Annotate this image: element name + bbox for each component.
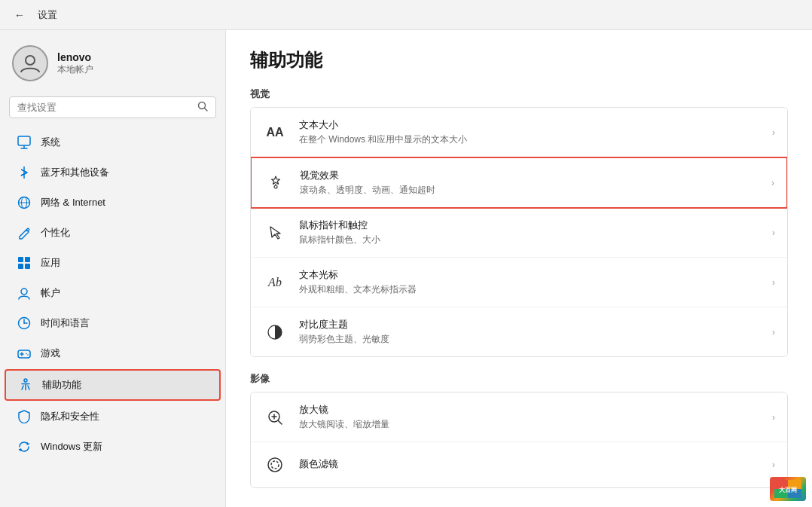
- imaging-section: 影像 放大镜 放大镜阅读、缩放增量: [250, 372, 788, 488]
- text-cursor-arrow: ›: [772, 277, 775, 288]
- text-cursor-item[interactable]: Ab 文本光标 外观和粗细、文本光标指示器 ›: [251, 258, 787, 307]
- color-filter-title: 颜色滤镜: [299, 457, 760, 471]
- page-title: 辅助功能: [250, 48, 788, 72]
- svg-rect-13: [25, 264, 30, 269]
- network-label: 网络 & Internet: [41, 196, 105, 209]
- text-size-desc: 在整个 Windows 和应用中显示的文本大小: [299, 133, 760, 146]
- system-icon: [17, 135, 32, 150]
- svg-point-23: [24, 379, 27, 382]
- time-label: 时间和语言: [41, 316, 90, 330]
- content-area: 辅助功能 视觉 AA 文本大小 在整个 Windows 和应用中显示的文本大小 …: [226, 30, 812, 507]
- color-filter-icon: [263, 453, 287, 477]
- vision-settings-list: AA 文本大小 在整个 Windows 和应用中显示的文本大小 ›: [250, 107, 788, 357]
- contrast-theme-item[interactable]: 对比度主题 弱势彩色主题、光敏度 ›: [251, 307, 787, 356]
- user-account-type: 本地帐户: [57, 63, 93, 76]
- system-label: 系统: [41, 136, 60, 149]
- nav-account[interactable]: 帐户: [5, 279, 221, 307]
- privacy-icon: [17, 409, 32, 424]
- user-info: lenovo 本地帐户: [57, 51, 93, 76]
- text-cursor-text: 文本光标 外观和粗细、文本光标指示器: [299, 268, 760, 296]
- svg-line-2: [205, 108, 208, 111]
- mouse-pointer-arrow: ›: [772, 228, 775, 238]
- svg-rect-10: [18, 257, 23, 262]
- visual-effects-text: 视觉效果 滚动条、透明度、动画、通知超时: [300, 169, 759, 197]
- magnifier-arrow: ›: [772, 412, 775, 423]
- vision-section-title: 视觉: [250, 87, 788, 101]
- bluetooth-icon: [17, 165, 32, 180]
- text-size-text: 文本大小 在整个 Windows 和应用中显示的文本大小: [299, 118, 760, 146]
- text-size-item[interactable]: AA 文本大小 在整个 Windows 和应用中显示的文本大小 ›: [251, 108, 787, 157]
- color-filter-text: 颜色滤镜: [299, 457, 760, 472]
- svg-point-14: [21, 289, 27, 295]
- watermark-logo: 大百网: [770, 477, 806, 501]
- visual-effects-item[interactable]: 视觉效果 滚动条、透明度、动画、通知超时 ›: [250, 157, 788, 209]
- color-filter-item[interactable]: 颜色滤镜 ›: [251, 442, 787, 487]
- text-size-title: 文本大小: [299, 118, 760, 132]
- title-bar-title: 设置: [38, 8, 57, 22]
- apps-icon: [17, 255, 32, 270]
- nav-time[interactable]: 时间和语言: [5, 309, 221, 337]
- color-filter-arrow: ›: [772, 460, 775, 470]
- imaging-section-title: 影像: [250, 372, 788, 386]
- accessibility-label: 辅助功能: [42, 378, 81, 392]
- nav-personalization[interactable]: 个性化: [5, 218, 221, 247]
- text-cursor-icon: Ab: [263, 270, 287, 295]
- svg-point-31: [268, 458, 282, 472]
- nav-apps[interactable]: 应用: [5, 249, 221, 277]
- visual-effects-desc: 滚动条、透明度、动画、通知超时: [300, 184, 759, 197]
- magnifier-item[interactable]: 放大镜 放大镜阅读、缩放增量 ›: [251, 392, 787, 442]
- visual-effects-icon: [264, 171, 288, 195]
- vision-section: 视觉 AA 文本大小 在整个 Windows 和应用中显示的文本大小 ›: [250, 87, 788, 357]
- contrast-theme-desc: 弱势彩色主题、光敏度: [299, 333, 760, 346]
- magnifier-icon: [263, 405, 287, 429]
- svg-point-21: [26, 353, 27, 355]
- text-size-icon: AA: [263, 121, 287, 145]
- nav-system[interactable]: 系统: [5, 128, 221, 157]
- imaging-settings-list: 放大镜 放大镜阅读、缩放增量 › 颜色滤镜: [250, 392, 788, 488]
- search-box[interactable]: [9, 96, 216, 118]
- bluetooth-label: 蓝牙和其他设备: [41, 166, 109, 179]
- svg-line-28: [279, 420, 282, 424]
- svg-text:大百网: 大百网: [778, 487, 797, 493]
- personalization-label: 个性化: [41, 226, 70, 240]
- text-size-arrow: ›: [772, 127, 775, 138]
- svg-point-0: [26, 56, 35, 65]
- magnifier-title: 放大镜: [299, 403, 760, 417]
- nav-gaming[interactable]: 游戏: [5, 339, 221, 368]
- watermark: 大百网: [770, 477, 806, 501]
- update-icon: [17, 439, 32, 454]
- svg-rect-3: [18, 136, 30, 145]
- account-icon: [17, 286, 32, 301]
- main-layout: lenovo 本地帐户 系统: [0, 30, 812, 507]
- contrast-theme-icon: [263, 320, 287, 344]
- sidebar: lenovo 本地帐户 系统: [0, 30, 226, 507]
- time-icon: [17, 316, 32, 331]
- svg-point-22: [27, 354, 29, 356]
- visual-effects-arrow: ›: [771, 178, 774, 188]
- magnifier-text: 放大镜 放大镜阅读、缩放增量: [299, 403, 760, 431]
- privacy-label: 隐私和安全性: [41, 410, 99, 423]
- svg-point-32: [271, 461, 279, 469]
- accessibility-icon: [18, 377, 33, 392]
- mouse-pointer-desc: 鼠标指针颜色、大小: [299, 234, 760, 246]
- gaming-icon: [17, 346, 32, 361]
- network-icon: [17, 195, 32, 210]
- contrast-theme-title: 对比度主题: [299, 318, 760, 331]
- user-section[interactable]: lenovo 本地帐户: [0, 38, 225, 93]
- title-bar: ← 设置: [0, 0, 812, 30]
- text-cursor-title: 文本光标: [299, 268, 760, 282]
- mouse-pointer-icon: [263, 221, 287, 245]
- mouse-pointer-title: 鼠标指针和触控: [299, 218, 760, 232]
- apps-label: 应用: [41, 256, 60, 270]
- nav-update[interactable]: Windows 更新: [5, 432, 221, 461]
- text-cursor-desc: 外观和粗细、文本光标指示器: [299, 283, 760, 296]
- nav-privacy[interactable]: 隐私和安全性: [5, 402, 221, 431]
- svg-point-24: [274, 185, 277, 188]
- nav-accessibility[interactable]: 辅助功能: [5, 369, 221, 401]
- nav-network[interactable]: 网络 & Internet: [5, 188, 221, 217]
- user-name: lenovo: [57, 51, 93, 63]
- mouse-pointer-item[interactable]: 鼠标指针和触控 鼠标指针颜色、大小 ›: [251, 208, 787, 258]
- nav-bluetooth[interactable]: 蓝牙和其他设备: [5, 158, 221, 187]
- search-input[interactable]: [17, 102, 191, 113]
- back-button[interactable]: ←: [9, 5, 30, 26]
